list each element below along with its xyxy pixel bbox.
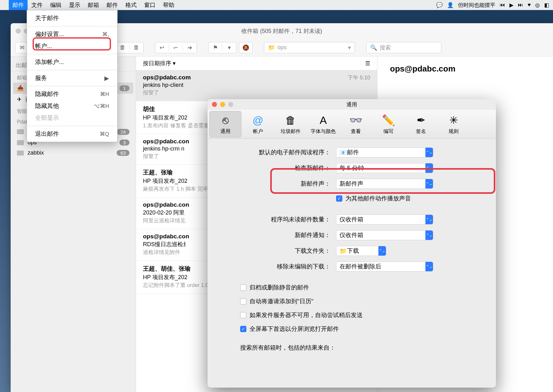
search-input[interactable]: 🔍搜索 <box>366 42 441 53</box>
tab-signatures[interactable]: ✒签名 <box>405 111 437 137</box>
play-icon[interactable]: ▶ <box>509 2 514 8</box>
menu-message[interactable]: 邮件 <box>103 0 122 10</box>
sort-header[interactable]: 按日期排序 ▾☰ <box>136 56 377 70</box>
move-to-select[interactable]: 📁ops▾ <box>264 42 355 53</box>
trash-icon: 🗑 <box>284 113 298 127</box>
fonts-icon: A <box>316 113 330 127</box>
message-item[interactable]: ops@pdabc.com下午 5:10jenkins hp-client报警了 <box>136 70 377 101</box>
heart-icon[interactable]: ♥ <box>528 2 531 8</box>
folder-icon <box>17 129 24 134</box>
folder-icon: 📁 <box>268 44 275 51</box>
dock-unread-select[interactable]: 仅收件箱⌃⌄ <box>336 215 433 225</box>
flag-icon[interactable]: ⚑ <box>208 44 222 51</box>
list-menu-icon[interactable]: ☰ <box>365 60 370 67</box>
folder-icon <box>17 151 24 156</box>
remove-dl-select[interactable]: 在邮件被删除后⌃⌄ <box>336 262 433 272</box>
smtp-retry-label: 如果发件服务器不可用，自动尝试稍后发送 <box>250 311 363 319</box>
notif-select[interactable]: 仅收件箱⌃⌄ <box>336 230 433 240</box>
label-sound: 新邮件声： <box>220 180 336 188</box>
at-icon: @ <box>251 113 265 127</box>
delete-icon[interactable]: 🗑 <box>116 44 129 51</box>
other-sound-checkbox[interactable]: ✓ <box>336 195 342 202</box>
default-reader-select[interactable]: 📧 邮件⌃⌄ <box>336 147 433 157</box>
menu-mailbox[interactable]: 邮箱 <box>84 0 103 10</box>
reply-all-icon[interactable]: ⤺ <box>169 44 183 51</box>
menu-view[interactable]: 显示 <box>65 0 84 10</box>
wechat-icon[interactable]: 💬 <box>436 2 443 8</box>
tab-junk[interactable]: 🗑垃圾邮件 <box>275 111 307 137</box>
tab-fonts[interactable]: A字体与颜色 <box>307 111 339 137</box>
check-mail-select[interactable]: 每 5 分钟⌃⌄ <box>336 163 433 173</box>
auto-cal-label: 自动将邀请添加到"日历" <box>250 297 313 305</box>
fullscreen-label: 全屏幕下首选以分屏浏览打开邮件 <box>250 325 339 333</box>
target-icon[interactable]: ◎ <box>535 2 540 8</box>
msg-from: 胡佳 <box>143 105 155 113</box>
tab-viewing[interactable]: 👓查看 <box>340 111 372 137</box>
search-includes-label: 搜索所有邮箱时，包括的结果来自： <box>240 344 335 352</box>
menu-add-account[interactable]: 添加帐户... <box>27 56 117 68</box>
prev-track-icon[interactable]: ⏮ <box>500 2 505 8</box>
fullscreen-checkbox[interactable]: ✓ <box>240 326 246 332</box>
prefs-title: 通用 <box>346 101 357 108</box>
junk-icon[interactable]: 🗑 <box>129 44 143 51</box>
menu-services[interactable]: 服务▶ <box>27 72 117 84</box>
prefs-titlebar: 通用 <box>208 99 496 110</box>
window-title: 收件箱 (505 封邮件，71 封未读) <box>241 27 322 35</box>
mute-button[interactable]: 🔕 <box>239 42 253 53</box>
reader-from: ops@pdabc.com <box>390 64 540 74</box>
msg-from: ops@pdabc.con <box>143 138 189 145</box>
user-icon[interactable]: 👤 <box>447 2 454 8</box>
menu-show-all: 全部显示 <box>27 112 117 124</box>
label-download: 下载文件夹： <box>220 247 336 255</box>
tab-accounts[interactable]: @帐户 <box>242 111 274 137</box>
chevron-down-icon[interactable]: ▾ <box>222 44 236 51</box>
next-track-icon[interactable]: ⏭ <box>518 2 523 8</box>
menubar-status: 💬 👤 但时间也能摆平 ⏮ ▶ ⏭ ♥ ◎ ◧ <box>436 2 549 9</box>
sent-icon: ✈ <box>17 96 22 103</box>
auto-cal-checkbox[interactable] <box>240 298 246 305</box>
label-default-reader: 默认的电子邮件阅读程序： <box>220 148 336 156</box>
flag-group[interactable]: ⚑▾ <box>208 42 236 53</box>
msg-from: ops@pdabc.com <box>143 74 191 81</box>
prefs-window-controls[interactable] <box>212 102 233 107</box>
msg-date: 下午 5:10 <box>348 74 370 81</box>
prefs-form: 默认的电子邮件阅读程序：📧 邮件⌃⌄ 检查新邮件：每 5 分钟⌃⌄ 新邮件声：新… <box>208 139 496 366</box>
tab-composing[interactable]: ✏️编写 <box>372 111 404 137</box>
menu-hide-mail[interactable]: 隐藏邮件⌘H <box>27 88 117 100</box>
menu-edit[interactable]: 编辑 <box>46 0 65 10</box>
archive-mute-label: 归档或删除静音的邮件 <box>250 283 309 292</box>
delete-junk-group[interactable]: 🗑🗑 <box>115 42 144 53</box>
msg-subject: jenkins hp-client <box>143 82 370 88</box>
archive-mute-checkbox[interactable] <box>240 284 246 291</box>
label-check-mail: 检查新邮件： <box>220 164 336 172</box>
menu-mail[interactable]: 邮件 <box>9 0 28 10</box>
smtp-retry-checkbox[interactable] <box>240 312 246 318</box>
reply-group[interactable]: ↩⤺➔ <box>155 42 197 53</box>
msg-from: ops@pdabc.con <box>143 233 189 240</box>
menu-about-mail[interactable]: 关于邮件 <box>27 12 117 24</box>
forward-icon[interactable]: ➔ <box>183 44 197 51</box>
glasses-icon: 👓 <box>349 113 363 127</box>
menu-format[interactable]: 格式 <box>122 0 140 10</box>
pencil-icon: ✏️ <box>382 113 395 127</box>
tab-general[interactable]: ⎋通用 <box>209 111 241 137</box>
menu-help[interactable]: 帮助 <box>159 0 178 10</box>
switch-icon: ⎋ <box>219 113 232 127</box>
rules-icon: ✳ <box>447 113 461 127</box>
menu-window[interactable]: 窗口 <box>140 0 159 10</box>
menu-accounts[interactable]: 帐户... <box>27 40 117 52</box>
reply-icon[interactable]: ↩ <box>155 44 169 51</box>
contrast-icon[interactable]: ◧ <box>544 2 549 8</box>
sound-select[interactable]: 新邮件声⌃⌄ <box>336 179 433 189</box>
download-select[interactable]: 📁 下载⌃⌄ <box>336 246 386 256</box>
inbox-icon: 📥 <box>17 85 24 92</box>
other-sound-label: 为其他邮件动作播放声音 <box>345 194 411 203</box>
msg-preview: 报警了 <box>143 89 370 97</box>
menu-hide-others[interactable]: 隐藏其他⌥⌘H <box>27 100 117 112</box>
menu-quit-mail[interactable]: 退出邮件⌘Q <box>27 128 117 140</box>
menu-file[interactable]: 文件 <box>28 0 46 10</box>
label-remove-dl: 移除未编辑的下载： <box>220 262 336 271</box>
sidebar-folder[interactable]: zabbix63 <box>11 148 136 158</box>
tab-rules[interactable]: ✳规则 <box>438 111 470 137</box>
menu-preferences[interactable]: 偏好设置...⌘, <box>27 28 117 40</box>
